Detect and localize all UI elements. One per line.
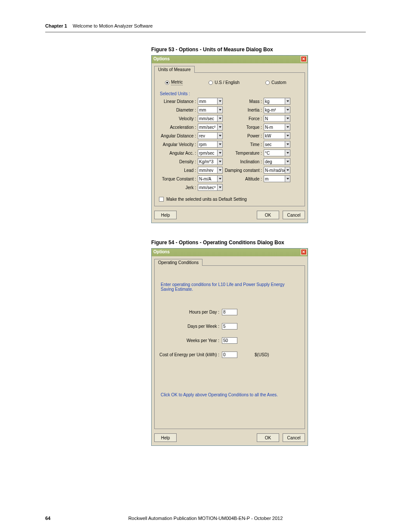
unit-combo-left-2[interactable]: mm/sec: [198, 115, 223, 122]
chevron-down-icon[interactable]: [285, 115, 290, 122]
dialog-title: Options: [153, 249, 170, 254]
chevron-down-icon[interactable]: [285, 175, 290, 182]
ok-button[interactable]: OK: [257, 433, 279, 442]
chevron-down-icon[interactable]: [285, 124, 290, 131]
unit-combo-right-2[interactable]: N: [264, 115, 290, 122]
chapter-label: Chapter 1: [45, 23, 67, 28]
unit-combo-right-7[interactable]: deg: [264, 158, 290, 165]
chevron-down-icon[interactable]: [217, 184, 223, 191]
chevron-down-icon[interactable]: [285, 132, 290, 139]
unit-label: Altitude :: [223, 177, 264, 181]
unit-label: Inertia :: [223, 108, 264, 112]
chevron-down-icon[interactable]: [285, 149, 290, 156]
tab-body: Enter operating conditions for L10 Life …: [154, 265, 305, 429]
oc-input-1[interactable]: 5: [222, 323, 237, 330]
chevron-down-icon[interactable]: [217, 132, 223, 139]
unit-label: Angular Velocity :: [159, 142, 198, 147]
chevron-down-icon[interactable]: [285, 141, 290, 148]
combo-value: rpm/sec: [198, 149, 217, 156]
chevron-down-icon[interactable]: [285, 98, 290, 105]
figure-54-caption: Figure 54 - Options - Operating Conditio…: [151, 240, 308, 246]
radio-us-english[interactable]: U.S / English: [209, 80, 240, 85]
unit-combo-left-0[interactable]: mm: [198, 98, 223, 105]
unit-label: Density :: [159, 159, 198, 164]
unit-combo-right-4[interactable]: kW: [264, 132, 290, 139]
oc-label: Days per Week :: [159, 324, 222, 329]
help-button[interactable]: Help: [154, 211, 177, 219]
unit-combo-left-5[interactable]: rpm: [198, 141, 223, 148]
unit-label: Torque :: [223, 125, 264, 130]
unit-label: Angular Acc. :: [159, 151, 198, 156]
oc-input-3[interactable]: 0: [222, 352, 237, 358]
combo-value: N: [264, 115, 285, 122]
unit-combo-right-1[interactable]: kg-m²: [264, 106, 290, 113]
dialog-titlebar: Options ✕: [152, 56, 308, 63]
cancel-button[interactable]: Cancel: [283, 211, 305, 219]
radio-icon: [165, 81, 169, 85]
unit-combo-left-1[interactable]: mm: [198, 106, 223, 113]
chevron-down-icon[interactable]: [217, 158, 223, 165]
unit-combo-right-0[interactable]: kg: [264, 98, 290, 105]
chevron-down-icon[interactable]: [217, 98, 223, 105]
radio-custom[interactable]: Custom: [265, 80, 286, 85]
unit-combo-left-8[interactable]: mm/rev: [198, 167, 223, 174]
unit-label: Diameter :: [159, 108, 198, 112]
chevron-down-icon[interactable]: [217, 141, 223, 148]
chevron-down-icon[interactable]: [217, 175, 223, 182]
unit-combo-right-8[interactable]: N-m/rad/sec: [264, 167, 290, 174]
unit-label: Time :: [223, 142, 264, 147]
unit-combo-left-9[interactable]: N-m/A: [198, 175, 223, 182]
operating-conditions-fields: Hours per Day :8Days per Week :5Weeks pe…: [159, 309, 300, 358]
chevron-down-icon[interactable]: [285, 158, 290, 165]
chevron-down-icon[interactable]: [217, 106, 223, 113]
ok-button[interactable]: OK: [257, 211, 279, 219]
chevron-down-icon[interactable]: [217, 149, 223, 156]
oc-row: Days per Week :5: [159, 323, 300, 330]
unit-combo-right-3[interactable]: N-m: [264, 124, 290, 131]
combo-value: sec: [264, 141, 285, 148]
oc-input-2[interactable]: 50: [222, 337, 237, 344]
unit-combo-right-5[interactable]: sec: [264, 141, 290, 148]
unit-label: Torque Constant :: [159, 177, 198, 181]
unit-label: Power :: [223, 134, 264, 138]
unit-label: Acceleration :: [159, 125, 198, 130]
combo-value: rpm: [198, 141, 217, 148]
chevron-down-icon[interactable]: [285, 167, 290, 174]
chevron-down-icon[interactable]: [217, 124, 223, 131]
unit-combo-right-9[interactable]: m: [264, 175, 290, 182]
unit-combo-left-7[interactable]: Kg/m^3: [198, 158, 223, 165]
unit-label: Angular Distance :: [159, 134, 198, 138]
combo-value: N-m/rad/sec: [264, 167, 285, 174]
combo-value: mm: [198, 98, 217, 105]
help-button[interactable]: Help: [154, 433, 177, 442]
tab-body: Metric U.S / English Custom Selected Uni…: [154, 72, 305, 206]
button-bar: Help OK Cancel: [152, 433, 308, 445]
radio-metric[interactable]: Metric: [165, 80, 183, 85]
combo-value: kg: [264, 98, 285, 105]
button-bar: Help OK Cancel: [152, 211, 308, 223]
close-icon[interactable]: ✕: [301, 56, 307, 62]
tab-strip: Units of Measure: [152, 66, 308, 73]
tab-operating-conditions[interactable]: Operating Conditions: [154, 259, 202, 266]
unit-label: Lead :: [159, 168, 198, 173]
oc-row: Weeks per Year :50: [159, 337, 300, 344]
unit-combo-left-4[interactable]: rev: [198, 132, 223, 139]
unit-combo-left-3[interactable]: mm/sec²: [198, 124, 223, 131]
default-setting-checkbox[interactable]: [159, 197, 164, 202]
close-icon[interactable]: ✕: [301, 249, 307, 255]
unit-combo-left-6[interactable]: rpm/sec: [198, 149, 223, 156]
tab-units-of-measure[interactable]: Units of Measure: [154, 66, 195, 73]
combo-value: deg: [264, 158, 285, 165]
unit-combo-right-6[interactable]: °C: [264, 149, 290, 156]
oc-label: Weeks per Year :: [159, 338, 222, 343]
units-system-radios: Metric U.S / English Custom: [165, 80, 300, 85]
cancel-button[interactable]: Cancel: [283, 433, 305, 442]
oc-input-0[interactable]: 8: [222, 309, 237, 315]
chevron-down-icon[interactable]: [217, 115, 223, 122]
unit-combo-left-10[interactable]: mm/sec³: [198, 184, 223, 191]
chevron-down-icon[interactable]: [217, 167, 223, 174]
figure-53-block: Figure 53 - Options - Units of Measure D…: [151, 47, 308, 223]
page-number: 64: [45, 516, 50, 521]
chevron-down-icon[interactable]: [285, 106, 290, 113]
default-setting-label: Make the selected units as Default Setti…: [166, 197, 247, 202]
